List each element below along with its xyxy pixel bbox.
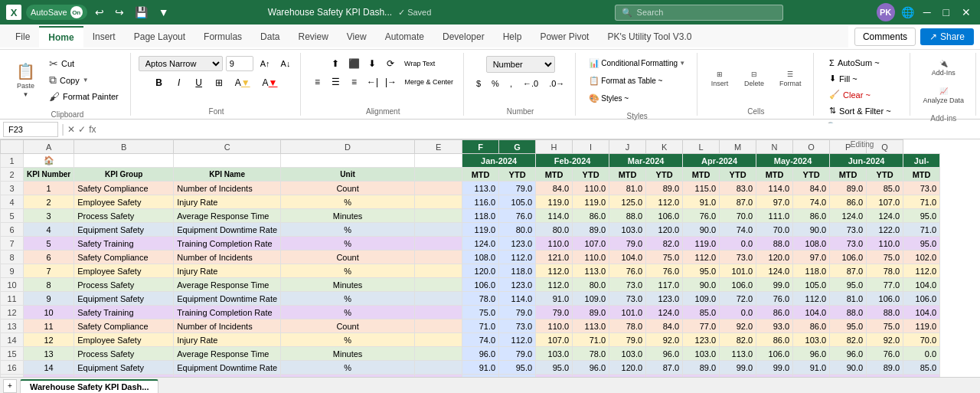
data-cell[interactable]: 12 <box>24 333 74 347</box>
data-cell[interactable]: 108.0 <box>793 237 830 251</box>
autosum-button[interactable]: Σ AutoSum ~ <box>824 56 900 70</box>
cancel-formula-icon[interactable]: ✕ <box>67 124 75 135</box>
data-cell[interactable] <box>415 209 462 223</box>
data-cell[interactable]: 13 <box>24 347 74 361</box>
ytd-header-o[interactable]: YTD <box>793 168 830 182</box>
data-cell[interactable]: 76.0 <box>683 209 720 223</box>
data-cell[interactable]: 101.0 <box>720 264 756 278</box>
paste-button[interactable]: 📋 Paste ▼ <box>11 58 41 102</box>
data-cell[interactable]: 96.0 <box>573 361 609 375</box>
col-header-c[interactable]: C <box>174 140 281 154</box>
data-cell[interactable]: Equipment Downtime Rate <box>174 292 281 306</box>
data-cell[interactable]: 87.0 <box>720 195 756 209</box>
data-cell[interactable]: Safety Compliance <box>74 319 174 333</box>
data-cell[interactable]: 91.0 <box>793 361 830 375</box>
font-name-select[interactable]: Aptos Narrow <box>139 56 223 71</box>
data-cell[interactable]: Equipment Safety <box>74 223 174 237</box>
data-cell[interactable]: 112.0 <box>793 292 830 306</box>
align-left-button[interactable]: ≡ <box>309 74 325 90</box>
data-cell[interactable]: 90.0 <box>793 223 830 237</box>
align-top-button[interactable]: ⬆ <box>327 56 344 71</box>
data-cell[interactable]: 120.0 <box>646 223 683 237</box>
data-cell[interactable]: 123.0 <box>683 333 720 347</box>
data-cell[interactable]: 92.0 <box>867 333 903 347</box>
col-header-f[interactable]: F <box>462 140 499 154</box>
data-cell[interactable]: 79.0 <box>609 237 646 251</box>
data-cell[interactable]: 96.0 <box>793 347 830 361</box>
data-cell[interactable]: 103.0 <box>683 347 720 361</box>
tab-data[interactable]: Data <box>251 26 289 47</box>
kpi-name-header[interactable]: KPI Name <box>174 168 281 182</box>
row1-d[interactable] <box>281 154 415 168</box>
jan-header[interactable]: Jan-2024 <box>462 154 536 168</box>
data-cell[interactable]: 89.0 <box>646 182 683 195</box>
data-cell[interactable]: 104.0 <box>903 278 940 292</box>
data-cell[interactable]: 78.0 <box>867 264 903 278</box>
data-cell[interactable]: 103.0 <box>609 347 646 361</box>
data-cell[interactable]: 73.0 <box>903 182 940 195</box>
data-cell[interactable]: 3 <box>24 209 74 223</box>
mar-header[interactable]: Mar-2024 <box>609 154 683 168</box>
data-cell[interactable]: 112.0 <box>536 278 573 292</box>
increase-font-button[interactable]: A↑ <box>256 56 274 71</box>
font-color-button[interactable]: A▼ <box>258 74 283 91</box>
data-cell[interactable]: 74.0 <box>793 195 830 209</box>
data-cell[interactable]: 78.0 <box>462 292 499 306</box>
data-cell[interactable]: 117.0 <box>646 278 683 292</box>
data-cell[interactable]: 95.0 <box>830 278 867 292</box>
data-cell[interactable]: 80.0 <box>573 278 609 292</box>
search-box[interactable]: 🔍 <box>615 5 783 21</box>
data-cell[interactable]: 73.0 <box>830 223 867 237</box>
data-cell[interactable]: 73.0 <box>499 319 536 333</box>
col-header-j[interactable]: J <box>609 140 646 154</box>
data-cell[interactable]: Number of Incidents <box>174 319 281 333</box>
ytd-header-q[interactable]: YTD <box>867 168 903 182</box>
increase-decimal-button[interactable]: .0→ <box>544 76 569 91</box>
data-cell[interactable]: 73.0 <box>609 278 646 292</box>
data-cell[interactable]: 14 <box>24 361 74 375</box>
data-cell[interactable]: 95.0 <box>499 361 536 375</box>
insert-function-icon[interactable]: fx <box>89 124 96 135</box>
mtd-header-h[interactable]: MTD <box>536 168 573 182</box>
data-cell[interactable]: 112.0 <box>646 195 683 209</box>
data-cell[interactable]: % <box>281 333 415 347</box>
data-cell[interactable]: 90.0 <box>830 361 867 375</box>
data-cell[interactable]: 81.0 <box>609 182 646 195</box>
data-cell[interactable]: 79.0 <box>609 333 646 347</box>
data-cell[interactable]: 111.0 <box>756 209 793 223</box>
minimize-button[interactable]: ─ <box>920 5 934 20</box>
data-cell[interactable]: Equipment Safety <box>74 292 174 306</box>
data-cell[interactable]: 121.0 <box>536 251 573 264</box>
data-cell[interactable]: 105.0 <box>499 195 536 209</box>
data-cell[interactable]: 119.0 <box>462 223 499 237</box>
data-cell[interactable]: 79.0 <box>536 306 573 319</box>
data-cell[interactable]: Employee Safety <box>74 264 174 278</box>
data-cell[interactable]: 114.0 <box>499 292 536 306</box>
mtd-header-r[interactable]: MTD <box>903 168 940 182</box>
data-cell[interactable]: 91.0 <box>462 361 499 375</box>
data-cell[interactable]: 11 <box>24 319 74 333</box>
align-bottom-button[interactable]: ⬇ <box>364 56 381 71</box>
data-cell[interactable]: 89.0 <box>573 223 609 237</box>
data-cell[interactable]: 89.0 <box>830 182 867 195</box>
data-cell[interactable]: 6 <box>24 251 74 264</box>
data-cell[interactable]: Process Safety <box>74 278 174 292</box>
data-cell[interactable]: 77.0 <box>683 319 720 333</box>
data-cell[interactable]: 112.0 <box>536 264 573 278</box>
unit-header[interactable]: Unit <box>281 168 415 182</box>
data-cell[interactable]: 92.0 <box>720 319 756 333</box>
merge-center-button[interactable]: Merge & Center <box>400 74 457 90</box>
tab-home[interactable]: Home <box>39 26 83 47</box>
data-cell[interactable]: 113.0 <box>720 347 756 361</box>
data-cell[interactable]: 92.0 <box>646 333 683 347</box>
data-cell[interactable]: 89.0 <box>867 361 903 375</box>
data-cell[interactable]: 110.0 <box>867 237 903 251</box>
data-cell[interactable]: 74.0 <box>720 223 756 237</box>
underline-button[interactable]: U <box>191 74 207 91</box>
data-cell[interactable]: 82.0 <box>830 333 867 347</box>
data-cell[interactable]: 1 <box>24 182 74 195</box>
percent-style-button[interactable]: $ <box>472 76 485 91</box>
tab-developer[interactable]: Developer <box>433 26 494 47</box>
data-cell[interactable]: 102.0 <box>903 251 940 264</box>
data-cell[interactable]: 123.0 <box>646 292 683 306</box>
